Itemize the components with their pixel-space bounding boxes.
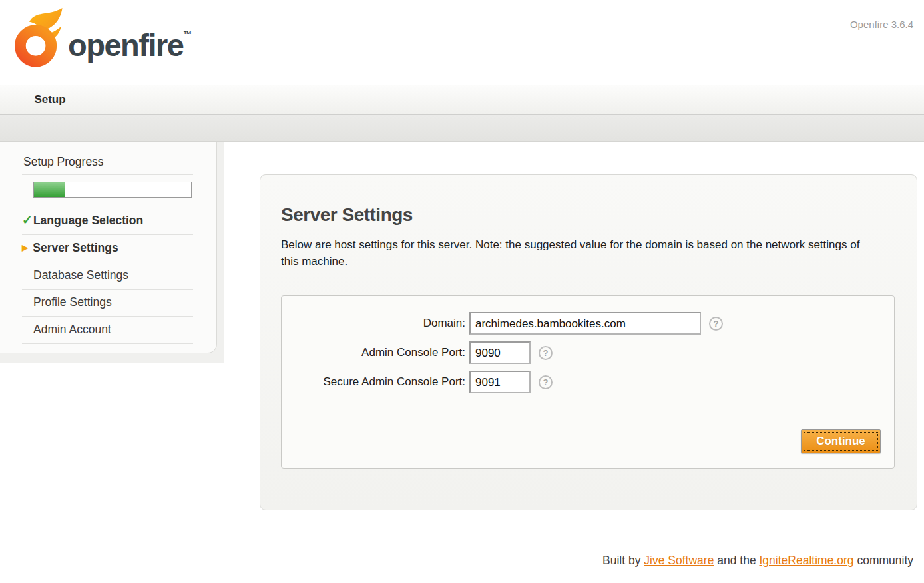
setup-progress-title: Setup Progress — [22, 142, 193, 175]
current-step-arrow-icon: ▶ — [22, 243, 28, 252]
sidebar-item-admin-account: Admin Account — [22, 317, 193, 344]
progress-bar-wrap — [22, 175, 193, 206]
logo-wordmark: openfire™ — [68, 27, 192, 63]
sidebar-item-label: Admin Account — [33, 323, 111, 336]
admin-console-port-label: Admin Console Port: — [282, 346, 469, 359]
form-row-domain: Domain: ? — [282, 312, 723, 335]
form-row-secure-admin-console-port: Secure Admin Console Port: ? — [282, 371, 553, 393]
progress-bar — [33, 182, 192, 198]
domain-help-icon[interactable]: ? — [709, 317, 723, 331]
sidebar-item-server-settings: ▶Server Settings — [22, 235, 193, 262]
header: openfire™ Openfire 3.6.4 — [0, 0, 924, 85]
server-settings-form: Domain: ? Admin Console Port: ? Secure A… — [281, 295, 895, 469]
footer-credit: Built by Jive Software and the IgniteRea… — [602, 554, 913, 568]
progress-fill — [34, 182, 65, 197]
continue-button[interactable]: Continue — [801, 429, 881, 453]
secure-admin-console-port-input[interactable] — [469, 371, 531, 393]
sidebar-item-database-settings: Database Settings — [22, 262, 193, 290]
sidebar-item-label: Language Selection — [33, 214, 143, 227]
tab-bar-right-separator — [919, 85, 919, 114]
sidebar-item-label: Database Settings — [33, 268, 128, 282]
page-title: Server Settings — [281, 204, 917, 226]
sidebar-item-language-selection: ✓Language Selection — [22, 206, 193, 235]
secure-admin-console-port-label: Secure Admin Console Port: — [282, 375, 469, 389]
sidebar-item-profile-settings: Profile Settings — [22, 290, 193, 317]
admin-console-port-help-icon[interactable]: ? — [539, 346, 553, 360]
setup-progress-panel: Setup Progress ✓Language Selection ▶Serv… — [0, 142, 217, 353]
sidebar-item-label: Server Settings — [33, 241, 118, 254]
tab-setup[interactable]: Setup — [15, 85, 85, 114]
version-label: Openfire 3.6.4 — [850, 19, 913, 30]
sub-nav-strip — [0, 115, 924, 142]
domain-label: Domain: — [282, 317, 469, 330]
openfire-flame-icon — [13, 4, 67, 71]
jive-software-link[interactable]: Jive Software — [644, 554, 714, 567]
check-icon: ✓ — [22, 213, 33, 227]
secure-admin-console-port-help-icon[interactable]: ? — [539, 375, 553, 389]
igniterealtime-link[interactable]: IgniteRealtime.org — [760, 554, 854, 567]
trademark-symbol: ™ — [183, 29, 192, 39]
admin-console-port-input[interactable] — [469, 341, 531, 364]
page-description: Below are host settings for this server.… — [281, 236, 861, 270]
server-settings-panel: Server Settings Below are host settings … — [260, 174, 917, 510]
sidebar-item-label: Profile Settings — [33, 295, 112, 309]
form-row-admin-console-port: Admin Console Port: ? — [282, 341, 553, 364]
tab-bar: Setup — [0, 85, 924, 115]
footer-separator — [0, 546, 924, 546]
domain-input[interactable] — [469, 312, 701, 335]
